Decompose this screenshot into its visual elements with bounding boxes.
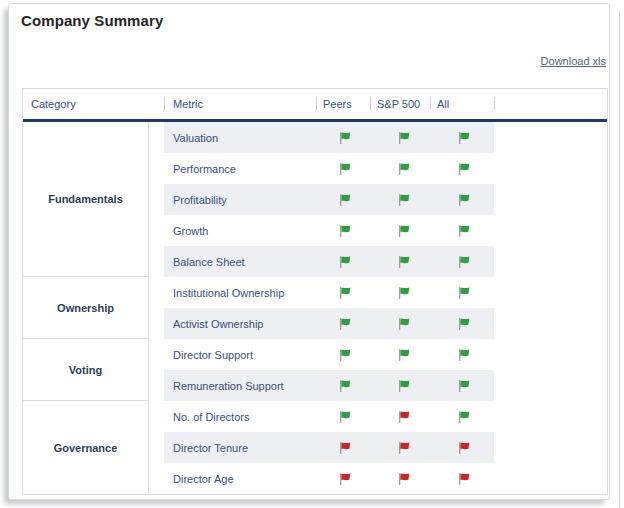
category-cell: Governance (23, 401, 149, 494)
table-row: Activist Ownership (164, 308, 494, 339)
metric-link[interactable]: Director Tenure (164, 442, 316, 454)
metric-link[interactable]: Remuneration Support (164, 380, 316, 392)
column-header-category: Category (23, 89, 164, 119)
green-flag-icon (339, 131, 352, 145)
column-header-metric: Metric (164, 89, 316, 119)
category-group: FundamentalsValuationPerformanceProfitab… (23, 122, 607, 277)
column-header-sp500: S&P 500 (370, 89, 430, 119)
metric-link[interactable]: Growth (164, 225, 316, 237)
category-cell: Fundamentals (23, 122, 149, 277)
peers-flag-cell (316, 215, 370, 246)
peers-flag-cell (316, 122, 370, 153)
table-row: Institutional Ownership (164, 277, 494, 308)
sp500-flag-cell (370, 308, 430, 339)
group-rows: Director SupportRemuneration Support (164, 339, 494, 401)
all-flag-cell (430, 184, 494, 215)
green-flag-icon (339, 410, 352, 424)
metric-link[interactable]: Institutional Ownership (164, 287, 316, 299)
table-row: Balance Sheet (164, 246, 494, 277)
green-flag-icon (339, 162, 352, 176)
metric-link[interactable]: Balance Sheet (164, 256, 316, 268)
green-flag-icon (398, 255, 411, 269)
sp500-flag-cell (370, 401, 430, 432)
summary-table: Category Metric Peers S&P 500 All Fundam… (22, 88, 608, 495)
all-flag-cell (430, 122, 494, 153)
peers-flag-cell (316, 184, 370, 215)
table-row: Performance (164, 153, 494, 184)
green-flag-icon (339, 224, 352, 238)
sp500-flag-cell (370, 122, 430, 153)
green-flag-icon (458, 255, 471, 269)
sp500-flag-cell (370, 432, 430, 463)
green-flag-icon (339, 255, 352, 269)
sp500-flag-cell (370, 339, 430, 370)
all-flag-cell (430, 246, 494, 277)
green-flag-icon (339, 348, 352, 362)
red-flag-icon (458, 441, 471, 455)
peers-flag-cell (316, 246, 370, 277)
green-flag-icon (339, 379, 352, 393)
red-flag-icon (398, 472, 411, 486)
metric-link[interactable]: Valuation (164, 132, 316, 144)
column-header-peers: Peers (316, 89, 370, 119)
category-label: Fundamentals (48, 193, 123, 205)
peers-flag-cell (316, 153, 370, 184)
sp500-flag-cell (370, 184, 430, 215)
category-cell: Ownership (23, 277, 149, 339)
all-flag-cell (430, 432, 494, 463)
green-flag-icon (458, 286, 471, 300)
green-flag-icon (339, 317, 352, 331)
peers-flag-cell (316, 308, 370, 339)
green-flag-icon (458, 162, 471, 176)
red-flag-icon (398, 441, 411, 455)
table-row: No. of Directors (164, 401, 494, 432)
all-flag-cell (430, 401, 494, 432)
column-header-all: All (430, 89, 494, 119)
green-flag-icon (458, 379, 471, 393)
adjacent-panel-edge (619, 12, 620, 508)
download-xls-link[interactable]: Download xls (541, 55, 606, 67)
all-flag-cell (430, 153, 494, 184)
metric-link[interactable]: No. of Directors (164, 411, 316, 423)
green-flag-icon (339, 193, 352, 207)
category-label: Ownership (57, 302, 114, 314)
table-row: Remuneration Support (164, 370, 494, 401)
peers-flag-cell (316, 277, 370, 308)
green-flag-icon (398, 193, 411, 207)
peers-flag-cell (316, 432, 370, 463)
group-rows: Institutional OwnershipActivist Ownershi… (164, 277, 494, 339)
green-flag-icon (398, 348, 411, 362)
green-flag-icon (339, 286, 352, 300)
all-flag-cell (430, 215, 494, 246)
table-body: FundamentalsValuationPerformanceProfitab… (23, 122, 607, 494)
red-flag-icon (398, 410, 411, 424)
green-flag-icon (398, 317, 411, 331)
metric-link[interactable]: Director Age (164, 473, 316, 485)
category-cell: Voting (23, 339, 149, 401)
peers-flag-cell (316, 463, 370, 494)
all-flag-cell (430, 463, 494, 494)
company-summary-panel: Company Summary Download xls Category Me… (8, 3, 610, 500)
category-group: OwnershipInstitutional OwnershipActivist… (23, 277, 607, 339)
metric-link[interactable]: Activist Ownership (164, 318, 316, 330)
category-group: VotingDirector SupportRemuneration Suppo… (23, 339, 607, 401)
green-flag-icon (458, 317, 471, 331)
table-row: Growth (164, 215, 494, 246)
green-flag-icon (398, 224, 411, 238)
table-row: Director Age (164, 463, 494, 494)
red-flag-icon (339, 441, 352, 455)
category-label: Voting (69, 364, 102, 376)
green-flag-icon (398, 162, 411, 176)
peers-flag-cell (316, 401, 370, 432)
red-flag-icon (458, 472, 471, 486)
peers-flag-cell (316, 370, 370, 401)
sp500-flag-cell (370, 277, 430, 308)
metric-link[interactable]: Director Support (164, 349, 316, 361)
metric-link[interactable]: Performance (164, 163, 316, 175)
sp500-flag-cell (370, 153, 430, 184)
column-header-empty (494, 89, 607, 119)
metric-link[interactable]: Profitability (164, 194, 316, 206)
green-flag-icon (458, 348, 471, 362)
table-row: Director Tenure (164, 432, 494, 463)
all-flag-cell (430, 370, 494, 401)
